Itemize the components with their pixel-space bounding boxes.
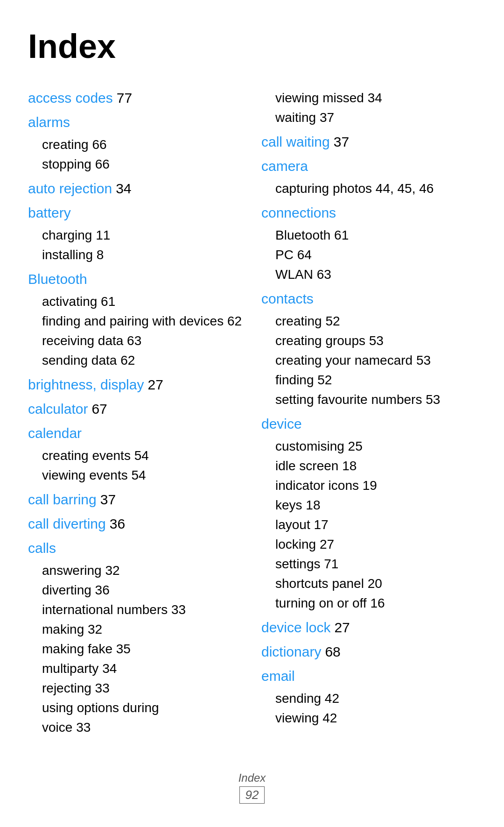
category-entry: connections [261, 203, 476, 223]
sub-entry: installing 8 [28, 245, 243, 265]
sub-entry: stopping 66 [28, 155, 243, 174]
category-label: calendar [28, 425, 82, 441]
category-page: 37 [100, 492, 116, 507]
index-section-device: devicecustomising 25idle screen 18indica… [261, 414, 476, 613]
index-section-call-barring: call barring37 [28, 490, 243, 509]
sub-entry: shortcuts panel 20 [261, 574, 476, 594]
sub-entry: PC 64 [261, 245, 476, 265]
category-label: email [261, 668, 295, 684]
footer-page-number: 92 [239, 786, 265, 804]
index-section-call-waiting: call waiting37 [261, 132, 476, 152]
category-page: 27 [334, 620, 350, 635]
sub-entry: multiparty 34 [28, 659, 243, 679]
sub-entry: locking 27 [261, 535, 476, 554]
sub-entry: setting favourite numbers 53 [261, 390, 476, 410]
category-page: 77 [117, 90, 132, 106]
category-entry: auto rejection34 [28, 179, 243, 198]
sub-entry: creating groups 53 [261, 331, 476, 351]
sub-entry: receiving data 63 [28, 331, 243, 351]
sub-entry: viewing 42 [261, 708, 476, 728]
sub-entry: voice 33 [28, 718, 243, 737]
index-section-dictionary: dictionary68 [261, 642, 476, 662]
category-label: call waiting37 [261, 134, 349, 149]
category-entry: camera [261, 156, 476, 176]
index-section-calls: callsanswering 32diverting 36internation… [28, 538, 243, 737]
sub-entry: answering 32 [28, 561, 243, 580]
sub-entry: customising 25 [261, 437, 476, 456]
category-label: device lock27 [261, 620, 350, 635]
sub-entry: charging 11 [28, 226, 243, 245]
index-section-brightness,-display: brightness, display27 [28, 375, 243, 395]
category-page: 67 [91, 401, 107, 417]
sub-entry: diverting 36 [28, 580, 243, 600]
sub-entry: making fake 35 [28, 639, 243, 659]
sub-entry: rejecting 33 [28, 679, 243, 698]
category-label: battery [28, 205, 71, 220]
category-entry: device [261, 414, 476, 434]
category-label: brightness, display27 [28, 377, 163, 392]
index-section-calculator: calculator67 [28, 399, 243, 419]
category-entry: access codes77 [28, 88, 243, 108]
sub-entry: layout 17 [261, 515, 476, 535]
index-section-connections: connectionsBluetooth 61PC 64WLAN 63 [261, 203, 476, 284]
category-label: call barring37 [28, 492, 116, 507]
page-footer: Index 92 [0, 771, 504, 804]
category-label: alarms [28, 114, 70, 130]
sub-entry: WLAN 63 [261, 265, 476, 284]
sub-entry: finding 52 [261, 370, 476, 390]
sub-entry: sending 42 [261, 689, 476, 708]
sub-entry: viewing events 54 [28, 466, 243, 485]
index-section-call-diverting: call diverting36 [28, 514, 243, 534]
category-entry: call diverting36 [28, 514, 243, 534]
sub-entry: settings 71 [261, 554, 476, 574]
category-entry: contacts [261, 289, 476, 309]
sub-entry: idle screen 18 [261, 456, 476, 476]
sub-entry: activating 61 [28, 292, 243, 311]
index-section-camera: cameracapturing photos 44, 45, 46 [261, 156, 476, 198]
category-entry: calls [28, 538, 243, 558]
sub-entry: creating events 54 [28, 446, 243, 466]
category-label: connections [261, 205, 336, 220]
category-page: 68 [325, 644, 340, 659]
category-entry: battery [28, 203, 243, 223]
category-label: access codes77 [28, 90, 132, 106]
index-section-auto-rejection: auto rejection34 [28, 179, 243, 198]
category-page: 27 [147, 377, 163, 392]
category-entry: dictionary68 [261, 642, 476, 662]
sub-entry: turning on or off 16 [261, 594, 476, 613]
index-section-Bluetooth: Bluetoothactivating 61finding and pairin… [28, 269, 243, 370]
page-title: Index [28, 28, 476, 65]
category-label: calculator67 [28, 401, 107, 417]
index-columns: access codes77alarmscreating 66stopping … [28, 88, 476, 742]
category-label: call diverting36 [28, 516, 125, 531]
index-section-contacts: contactscreating 52creating groups 53cre… [261, 289, 476, 410]
sub-entry: creating your namecard 53 [261, 351, 476, 370]
category-entry: device lock27 [261, 618, 476, 637]
category-label: contacts [261, 291, 314, 306]
sub-entry: viewing missed 34 [261, 88, 476, 108]
sub-entry: making 32 [28, 620, 243, 639]
category-entry: calculator67 [28, 399, 243, 419]
index-section-sub-0: viewing missed 34waiting 37 [261, 88, 476, 127]
category-entry: call waiting37 [261, 132, 476, 152]
sub-entry: keys 18 [261, 495, 476, 515]
category-page: 36 [110, 516, 125, 531]
sub-entry: creating 52 [261, 311, 476, 331]
left-column: access codes77alarmscreating 66stopping … [28, 88, 243, 742]
category-entry: call barring37 [28, 490, 243, 509]
category-entry: Bluetooth [28, 269, 243, 289]
index-section-alarms: alarmscreating 66stopping 66 [28, 113, 243, 174]
sub-entry: creating 66 [28, 135, 243, 155]
footer-label: Index [0, 771, 504, 785]
sub-entry: capturing photos 44, 45, 46 [261, 179, 476, 198]
sub-entry: sending data 62 [28, 351, 243, 370]
category-page: 37 [334, 134, 349, 149]
category-label: dictionary68 [261, 644, 341, 659]
index-section-device-lock: device lock27 [261, 618, 476, 637]
category-label: Bluetooth [28, 271, 87, 287]
sub-entry: Bluetooth 61 [261, 226, 476, 245]
category-label: device [261, 416, 302, 431]
index-section-battery: batterycharging 11installing 8 [28, 203, 243, 265]
sub-entry: waiting 37 [261, 108, 476, 127]
index-section-calendar: calendarcreating events 54viewing events… [28, 424, 243, 485]
